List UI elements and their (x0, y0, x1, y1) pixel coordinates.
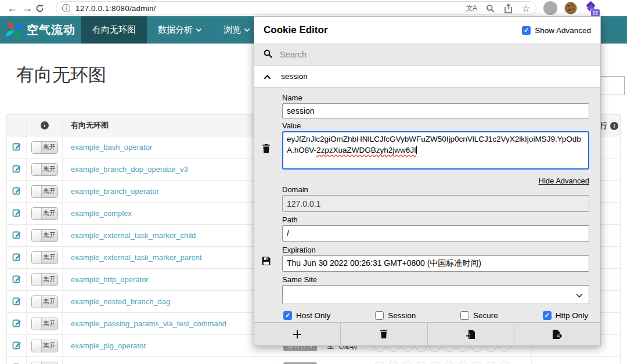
bookmark-star-icon[interactable]: ☆ (522, 3, 530, 14)
screen: ← → i 127.0.0.1:8080/admin/ 文A ☆ (0, 0, 627, 364)
checkbox-box[interactable] (460, 311, 469, 320)
checkbox-label: Session (388, 311, 416, 320)
dag-pause-toggle[interactable]: 离开 (31, 185, 58, 198)
edit-dag-icon[interactable] (12, 186, 21, 197)
dag-link[interactable]: example_passing_params_via_test_command (71, 319, 226, 328)
task-instance-circle[interactable] (401, 362, 413, 364)
dag-link[interactable]: example_nested_branch_dag (71, 297, 170, 306)
popup-header: Cookie Editor Show Advanced (254, 17, 600, 44)
edit-dag-icon[interactable] (12, 164, 21, 175)
save-cookie-icon[interactable] (261, 256, 271, 268)
info-icon: i (610, 122, 618, 130)
show-advanced-toggle[interactable]: Show Advanced (522, 26, 591, 35)
dag-pause-toggle[interactable]: 离开 (31, 295, 58, 308)
dag-pause-toggle[interactable]: 离开 (31, 362, 58, 364)
checkbox-label: Host Only (296, 311, 330, 320)
dag-pause-toggle[interactable]: 离开 (31, 273, 58, 286)
dag-column-header[interactable]: 有向无环图 (63, 115, 273, 136)
edit-dag-icon[interactable] (12, 340, 21, 351)
cookie-flag[interactable]: Secure (460, 311, 498, 320)
translate-icon[interactable]: 文A (466, 3, 477, 13)
avatar[interactable] (543, 1, 557, 15)
cookie-list-item[interactable]: session (254, 66, 600, 88)
search-icon[interactable] (486, 4, 495, 13)
checkbox-box[interactable] (375, 311, 384, 320)
dag-link[interactable]: example_external_task_marker_parent (71, 253, 201, 262)
domain-label: Domain (282, 185, 589, 194)
dag-pause-toggle[interactable]: 离开 (31, 318, 58, 330)
task-instance-circle[interactable] (457, 362, 469, 364)
dag-link[interactable]: example_external_task_marker_child (71, 231, 196, 240)
edit-dag-icon[interactable] (12, 142, 21, 153)
task-instance-circle[interactable] (471, 362, 483, 364)
share-icon[interactable] (504, 3, 513, 13)
address-bar[interactable]: i 127.0.0.1:8080/admin/ 文A ☆ (56, 1, 536, 15)
cookie-extension-icon[interactable] (564, 1, 578, 15)
brand[interactable]: 空气流动 (0, 16, 81, 44)
dag-pause-toggle[interactable]: 离开 (31, 229, 58, 242)
expiration-input[interactable]: Thu Jun 30 2022 00:26:31 GMT+0800 (中国标准时… (282, 255, 589, 272)
toggle-label: 离开 (42, 186, 57, 197)
name-label: Name (282, 93, 589, 102)
edit-dag-icon[interactable] (12, 274, 21, 285)
dag-pause-toggle[interactable]: 离开 (31, 163, 58, 176)
task-instance-circle[interactable] (443, 362, 455, 364)
edit-dag-icon[interactable] (12, 230, 21, 241)
cookie-flag[interactable]: Session (375, 311, 416, 320)
dag-pause-toggle[interactable]: 离开 (31, 207, 58, 220)
same-site-select[interactable] (282, 285, 589, 304)
dag-link[interactable]: example_http_operator (71, 275, 149, 284)
dag-link[interactable]: example_branch_operator (71, 187, 159, 196)
popup-title: Cookie Editor (264, 24, 328, 36)
delete-all-button[interactable] (340, 323, 427, 345)
add-cookie-button[interactable] (254, 323, 340, 345)
pinned-extension-icon[interactable]: 12 (584, 1, 598, 15)
dag-link[interactable]: example_bash_operator (71, 143, 152, 152)
dag-link[interactable]: example_branch_dop_operator_v3 (71, 165, 188, 174)
owner-cell: 空气流动 (327, 357, 373, 364)
cookie-search-input[interactable]: Search (254, 44, 600, 66)
checkbox-box[interactable] (283, 311, 292, 320)
task-instance-circle[interactable] (373, 362, 385, 364)
chevron-down-icon (576, 290, 583, 300)
dag-pause-toggle[interactable]: 离开 (31, 251, 58, 264)
checkbox-box[interactable] (543, 311, 552, 320)
nav-item[interactable]: 数据分析 (147, 16, 212, 44)
dag-pause-toggle[interactable]: 离开 (31, 141, 58, 154)
task-instance-circle[interactable] (499, 362, 511, 364)
toggle-label: 离开 (42, 274, 57, 286)
edit-dag-icon[interactable] (12, 252, 21, 263)
name-input[interactable]: session (282, 103, 589, 118)
toggle-knob (32, 164, 42, 175)
edit-dag-icon[interactable] (12, 318, 21, 329)
task-instance-circle[interactable] (415, 362, 427, 364)
url-text[interactable]: 127.0.0.1:8080/admin/ (75, 4, 156, 13)
task-instance-circle[interactable] (387, 362, 399, 364)
dag-pause-toggle[interactable]: 离开 (31, 340, 58, 352)
forward-icon[interactable]: → (20, 3, 35, 13)
task-instance-circle[interactable] (429, 362, 441, 364)
path-input[interactable]: / (282, 225, 589, 242)
edit-dag-icon[interactable] (12, 208, 21, 219)
back-icon[interactable]: ← (5, 3, 20, 13)
delete-cookie-icon[interactable] (261, 143, 271, 156)
nav-item[interactable]: 有向无环图 (81, 16, 147, 44)
cookie-flag[interactable]: Host Only (283, 311, 330, 320)
export-cookies-button[interactable] (514, 323, 600, 345)
reload-icon[interactable] (35, 3, 50, 13)
toggle-label: 离开 (42, 230, 57, 242)
cookie-flag[interactable]: Http Only (543, 311, 588, 320)
dag-link[interactable]: example_complex (71, 209, 132, 218)
hide-advanced-link[interactable]: Hide Advanced (539, 176, 589, 185)
show-advanced-label: Show Advanced (535, 26, 591, 35)
task-instance-circle[interactable] (485, 362, 497, 364)
toggle-knob (32, 340, 42, 352)
site-info-icon[interactable]: i (62, 4, 70, 12)
import-cookies-button[interactable] (427, 323, 514, 345)
checkbox-box[interactable] (522, 26, 531, 35)
toggle-label: 离开 (42, 296, 57, 308)
edit-dag-icon[interactable] (12, 296, 21, 307)
toggle-knob (32, 208, 42, 219)
dag-link[interactable]: example_pig_operator (71, 341, 146, 350)
cookie-value-textarea[interactable]: eyJfZnJlc2giOmZhbHNlLCJfcGVybWFuZW50Ijp0… (282, 131, 589, 170)
